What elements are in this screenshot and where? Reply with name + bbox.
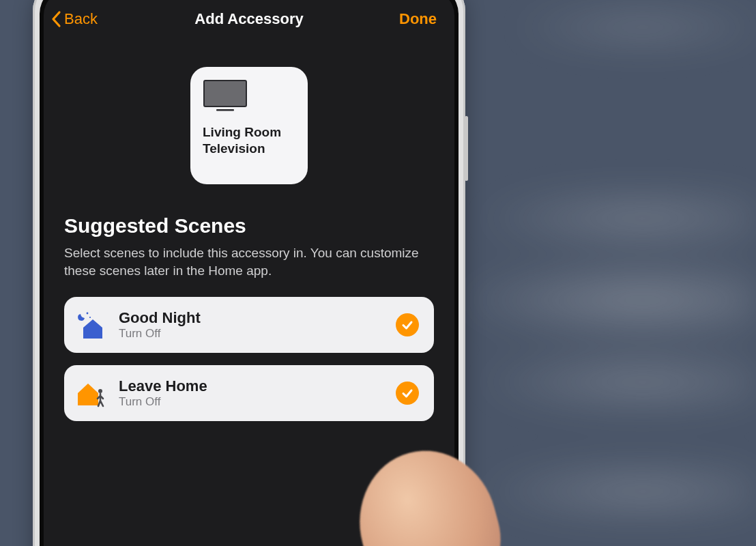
chevron-left-icon <box>50 10 61 28</box>
section-description: Select scenes to include this accessory … <box>64 244 434 279</box>
tv-icon <box>203 79 252 113</box>
moon-house-icon <box>75 308 108 341</box>
accessory-tile[interactable]: Living Room Television <box>190 67 308 184</box>
scene-text: Leave Home Turn Off <box>119 378 396 408</box>
scene-subtitle: Turn Off <box>119 327 396 341</box>
section-title: Suggested Scenes <box>64 214 434 238</box>
svg-rect-1 <box>216 109 234 111</box>
svg-point-4 <box>98 389 102 393</box>
accessory-name: Living Room Television <box>203 124 295 157</box>
nav-bar: Back Add Accessory Done <box>44 0 454 40</box>
back-label: Back <box>64 10 98 28</box>
suggested-scenes-section: Suggested Scenes Select scenes to includ… <box>44 205 454 421</box>
scene-subtitle: Turn Off <box>119 395 396 409</box>
checkmark-icon <box>396 382 419 405</box>
svg-rect-0 <box>204 81 246 106</box>
scene-name: Leave Home <box>119 378 396 394</box>
back-button[interactable]: Back <box>50 10 98 28</box>
checkmark-icon <box>396 313 419 336</box>
svg-point-3 <box>89 317 91 318</box>
scene-name: Good Night <box>119 310 396 326</box>
scene-leave-home[interactable]: Leave Home Turn Off <box>64 365 434 421</box>
phone-side-button <box>465 116 468 181</box>
house-person-icon <box>75 377 108 410</box>
accessory-tile-wrap: Living Room Television <box>44 40 454 205</box>
scene-text: Good Night Turn Off <box>119 310 396 340</box>
scene-good-night[interactable]: Good Night Turn Off <box>64 297 434 353</box>
page-title: Add Accessory <box>194 10 303 28</box>
svg-point-2 <box>87 313 89 315</box>
done-button[interactable]: Done <box>399 10 437 28</box>
